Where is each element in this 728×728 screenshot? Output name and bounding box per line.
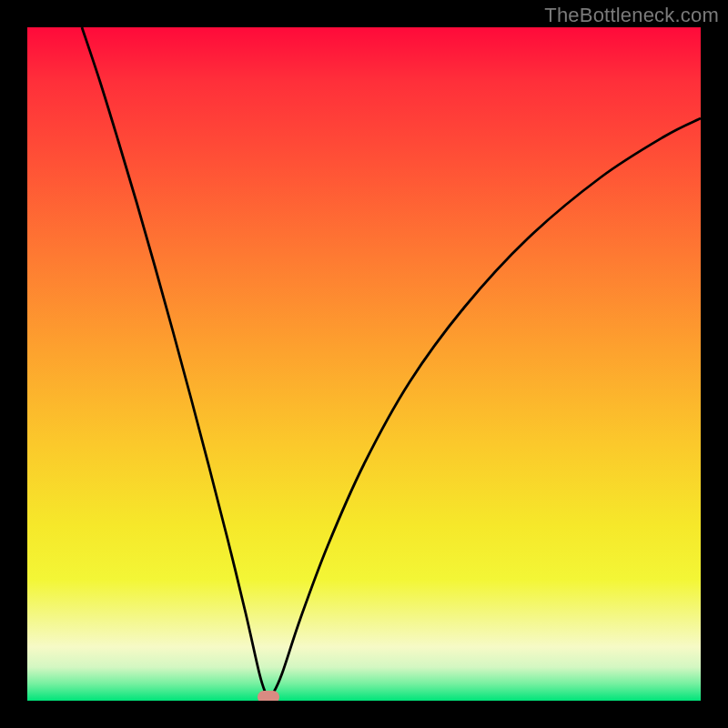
- chart-frame: TheBottleneck.com: [0, 0, 728, 728]
- watermark: TheBottleneck.com: [544, 4, 719, 27]
- optimal-point-marker: [258, 691, 279, 701]
- plot-area: [27, 27, 701, 701]
- bottleneck-curve: [27, 27, 701, 701]
